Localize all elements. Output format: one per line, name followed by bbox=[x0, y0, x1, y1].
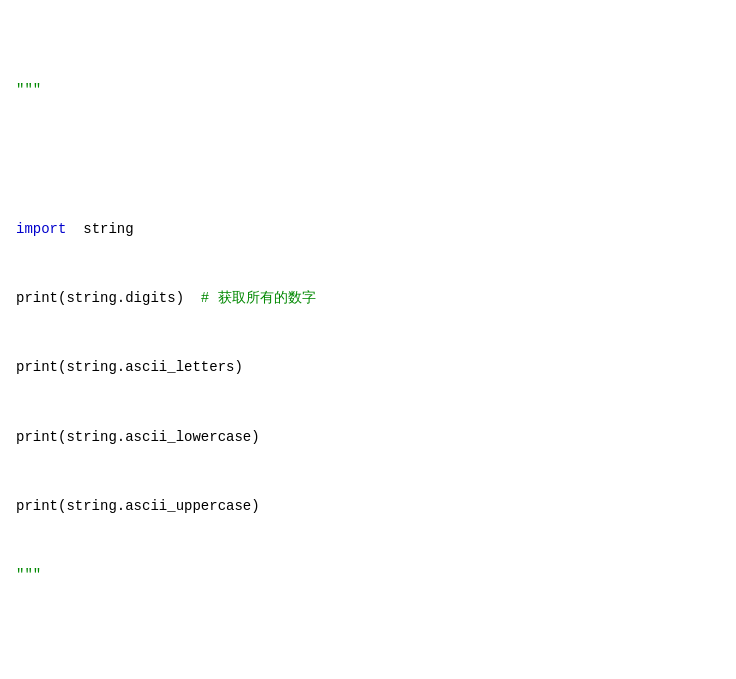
triple-quote-close: """ bbox=[16, 567, 41, 583]
fn-print3: print(string.ascii_lowercase) bbox=[16, 429, 260, 445]
line-9 bbox=[16, 634, 720, 657]
line-2 bbox=[16, 149, 720, 172]
line-5: print(string.ascii_letters) bbox=[16, 356, 720, 379]
triple-quote-open: """ bbox=[16, 82, 41, 98]
fn-print1: print(string.digits) bbox=[16, 290, 201, 306]
line-6: print(string.ascii_lowercase) bbox=[16, 426, 720, 449]
line-1: """ bbox=[16, 79, 720, 102]
line-3: import string bbox=[16, 218, 720, 241]
code-editor: """ import string print(string.digits) #… bbox=[16, 10, 720, 679]
comment-digits: # 获取所有的数字 bbox=[201, 290, 316, 306]
fn-print4: print(string.ascii_uppercase) bbox=[16, 498, 260, 514]
fn-print2: print(string.ascii_letters) bbox=[16, 359, 243, 375]
kw-import: import bbox=[16, 221, 66, 237]
line-7: print(string.ascii_uppercase) bbox=[16, 495, 720, 518]
line-4: print(string.digits) # 获取所有的数字 bbox=[16, 287, 720, 310]
line-8: """ bbox=[16, 564, 720, 587]
mod-string: string bbox=[66, 221, 133, 237]
